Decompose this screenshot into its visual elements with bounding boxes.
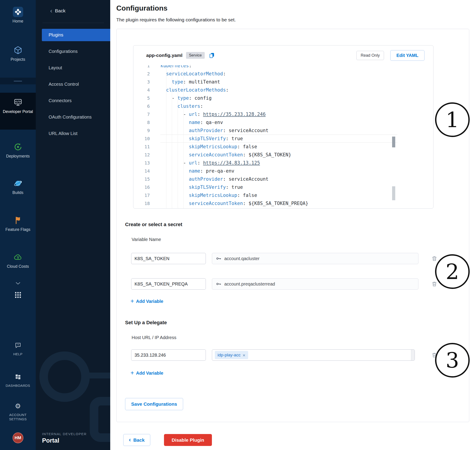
apps-grid-icon [0,290,36,300]
yaml-card: app-config.yaml Service Read Only Edit Y… [133,45,434,209]
rail-collapse-chevron[interactable] [0,278,36,289]
rail-divider [0,78,36,84]
cloud-costs-icon: $ [0,252,36,262]
code-line: 18 serviceAccountToken: ${K8S_SA_TOKEN_P… [133,199,433,207]
nav-dashboards[interactable]: DASHBOARDS [0,372,36,388]
projects-cube-icon [0,45,36,55]
sidebar-menu: Plugins Configurations Layout Access Con… [36,27,110,142]
delete-row-icon[interactable] [431,281,438,287]
sidebar-divider [42,23,104,23]
secret-value: account.preqaclusterread [224,281,275,287]
nav-feature-flags[interactable]: Feature Flags [0,215,36,232]
delegate-tag-field[interactable]: idp-play-acc × [212,349,415,361]
user-menu[interactable]: HM [0,432,36,443]
sidebar-footer: INTERNAL DEVELOPER Portal [42,432,87,444]
sidebar-item-label: URL Allow List [49,131,77,136]
secret-selector[interactable]: account.qacluster [212,253,418,264]
sidebar-item-url-allow-list[interactable]: URL Allow List [36,125,110,142]
copy-icon[interactable] [209,52,215,59]
nav-deployments-label: Deployments [0,154,36,159]
avatar[interactable]: HM [13,432,24,443]
nav-developer-portal[interactable]: Developer Portal [0,97,36,114]
sidebar-item-layout[interactable]: Layout [36,60,110,76]
decorative-knot [90,397,110,442]
main-content: Configurations The plugin requires the f… [110,0,476,450]
tag-field-endcap [411,350,415,361]
edit-yaml-button[interactable]: Edit YAML [390,50,424,61]
code-line: 14 name: pre-qa-env [133,167,433,175]
code-line: 17 skipMetricsLookup: false [133,191,433,199]
sidebar-item-oauth-configurations[interactable]: OAuth Configurations [36,109,110,125]
delegate-section-heading: Set Up a Delegate [125,320,167,326]
nav-builds[interactable]: Builds [0,178,36,195]
plugin-sidebar: ‹ Back Plugins Configurations Layout Acc… [36,0,110,450]
yaml-editor[interactable]: 1kubernetes:2 serviceLocatorMethod:3 typ… [133,65,433,208]
host-url-label: Host URL / IP Address [132,335,176,340]
code-line: 7 - url: https://35.233.128.246 [133,110,433,118]
sidebar-item-connectors[interactable]: Connectors [36,93,110,109]
sidebar-item-configurations[interactable]: Configurations [36,43,110,60]
disable-plugin-button[interactable]: Disable Plugin [164,434,212,446]
nav-home[interactable]: Home [0,7,36,24]
nav-deployments[interactable]: Deployments [0,142,36,159]
save-configurations-button[interactable]: Save Configurations [125,398,183,410]
variable-name-label: Variable Name [132,237,161,242]
sidebar-item-access-control[interactable]: Access Control [36,76,110,93]
delete-row-icon[interactable] [431,255,438,262]
svg-text:$: $ [17,256,19,259]
add-variable-button[interactable]: + Add Variable [130,370,163,376]
code-line: 6 clusters: [133,102,433,110]
delegate-tag-label: idp-play-acc [217,353,241,357]
secret-selector[interactable]: account.preqaclusterread [212,278,418,290]
code-line: 10 skipTLSVerify: true [133,135,433,143]
decorative-ring [39,351,90,402]
remove-tag-icon[interactable]: × [242,353,245,357]
plus-icon: + [130,370,134,376]
variable-name-input[interactable] [131,278,206,290]
gear-icon: ⚙ [0,401,36,411]
service-badge: Service [186,52,205,59]
code-line: 13 - url: https://34.83.13.125 [133,159,433,167]
nav-account-settings[interactable]: ⚙ ACCOUNT SETTINGS [0,401,36,421]
key-icon [216,281,222,287]
code-line: 1kubernetes: [133,65,433,70]
nav-builds-label: Builds [0,190,36,195]
nav-account-settings-label: ACCOUNT SETTINGS [0,413,36,421]
editor-scrollbar-thumb[interactable] [392,136,395,147]
key-icon [216,256,222,261]
nav-feature-flags-label: Feature Flags [0,227,36,232]
code-line: 8 name: qa-env [133,118,433,126]
code-line: 4 clusterLocatorMethods: [133,86,433,94]
help-chat-icon: ? [0,340,36,350]
footer-title: Portal [42,437,87,444]
yaml-card-header: app-config.yaml Service Read Only Edit Y… [133,45,433,65]
code-line: 16 skipTLSVerify: true [133,183,433,191]
svg-text:?: ? [17,343,18,346]
dashboards-icon [0,372,36,382]
sidebar-item-plugins[interactable]: Plugins [36,27,110,43]
nav-projects[interactable]: Projects [0,45,36,62]
code-line: 11 skipMetricsLookup: false [133,143,433,151]
chevron-left-icon: ‹ [50,8,52,14]
harness-logo-icon [0,7,36,17]
footer-kicker: INTERNAL DEVELOPER [42,432,87,436]
nav-cloud-costs[interactable]: $ Cloud Costs [0,252,36,269]
left-rail: Home Projects Developer Portal Deploymen… [0,0,36,450]
back-link[interactable]: ‹ Back [50,8,65,14]
nav-dashboards-label: DASHBOARDS [0,384,36,388]
developer-portal-icon [0,97,36,107]
secret-section-heading: Create or select a secret [125,222,182,227]
annotation-circle-3: 3 [435,343,470,378]
decorative-pipe [83,373,110,379]
sidebar-item-label: Configurations [49,49,78,54]
add-variable-button[interactable]: + Add Variable [130,299,163,304]
host-url-input[interactable] [131,349,206,361]
nav-help[interactable]: ? HELP [0,340,36,356]
variable-name-input[interactable] [131,253,206,264]
module-picker-button[interactable] [0,290,36,300]
secret-row: account.preqaclusterread [131,278,438,290]
sidebar-item-label: Connectors [49,98,71,103]
annotation-circle-2: 2 [435,254,470,289]
nav-help-label: HELP [0,352,36,356]
back-button[interactable]: ‹ Back [123,434,150,446]
